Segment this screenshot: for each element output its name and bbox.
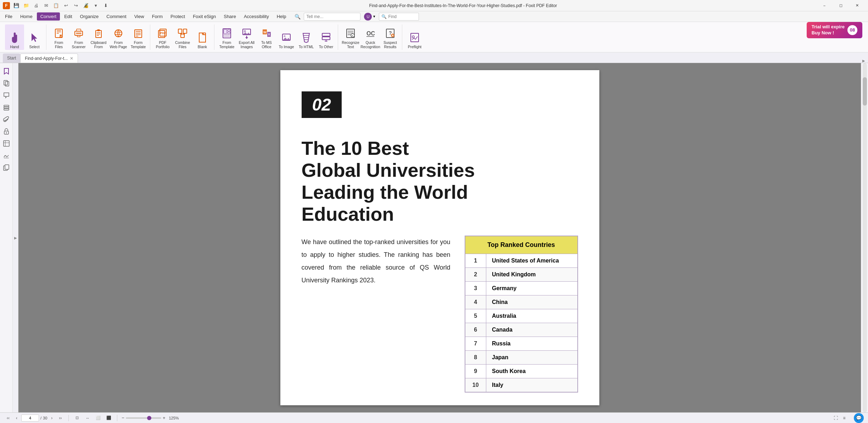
svg-rect-25: [183, 29, 187, 33]
pdf-portfolio-button[interactable]: PDF PDF Portfolio: [153, 24, 172, 50]
dropdown-button[interactable]: ▾: [91, 2, 100, 10]
quick-recognition-label: Quick Recognition: [360, 40, 380, 49]
menu-help[interactable]: Help: [273, 12, 290, 21]
sidebar-attach-icon[interactable]: [1, 114, 12, 125]
double-page-button[interactable]: ⬛: [105, 414, 113, 422]
svg-rect-9: [97, 29, 100, 31]
from-files-button[interactable]: FromFiles: [49, 24, 68, 50]
search-input[interactable]: [306, 14, 358, 19]
zoom-slider[interactable]: [126, 417, 161, 419]
hand-tool-button[interactable]: Hand: [5, 24, 24, 50]
menu-file[interactable]: File: [1, 12, 16, 21]
from-scanner-button[interactable]: FromScanner: [69, 24, 88, 50]
current-page-input[interactable]: [21, 414, 39, 422]
from-web-page-button[interactable]: FromWeb Page: [109, 24, 128, 50]
user-avatar[interactable]: U: [364, 13, 372, 21]
expand-button[interactable]: ⛶: [832, 414, 840, 422]
search-box[interactable]: [304, 13, 360, 21]
menu-comment[interactable]: Comment: [103, 12, 130, 21]
menu-organize[interactable]: Organize: [77, 12, 102, 21]
title-line1: The 10 Best: [302, 137, 409, 159]
to-html-button[interactable]: To HTML: [297, 24, 316, 50]
zoom-in-button[interactable]: +: [163, 415, 166, 421]
tab-start[interactable]: Start: [3, 53, 20, 63]
blank-icon: [197, 32, 208, 43]
fit-width-button[interactable]: ↔: [84, 414, 91, 422]
fit-page-button[interactable]: ⊡: [73, 414, 81, 422]
suspect-results-button[interactable]: ? Suspect Results: [381, 24, 400, 50]
country-cell: China: [486, 295, 578, 309]
redo-button[interactable]: ↪: [72, 2, 80, 10]
print-button[interactable]: 🖨: [32, 2, 40, 10]
scrollbar-thumb[interactable]: [863, 77, 867, 106]
table-row: 4China: [465, 295, 578, 309]
panel-toggle[interactable]: ▶: [13, 63, 18, 412]
last-page-button[interactable]: ››: [56, 414, 64, 422]
customize-button[interactable]: ⬇: [101, 2, 110, 10]
first-page-button[interactable]: ‹‹: [4, 414, 12, 422]
prev-page-button[interactable]: ‹: [13, 414, 21, 422]
save-button[interactable]: 💾: [12, 2, 21, 10]
pdf-viewer[interactable]: 02 The 10 Best Global Universities Leadi…: [18, 63, 861, 412]
next-page-button[interactable]: ›: [48, 414, 56, 422]
left-sidebar: [0, 63, 13, 412]
menu-foxit-esign[interactable]: Foxit eSign: [189, 12, 219, 21]
sidebar-copy-icon[interactable]: [1, 162, 12, 173]
scrollbar-track[interactable]: [863, 63, 867, 412]
menu-share[interactable]: Share: [220, 12, 240, 21]
from-template-button[interactable]: From Template: [217, 24, 236, 50]
single-page-button[interactable]: ⬜: [94, 414, 102, 422]
menu-accessibility[interactable]: Accessibility: [240, 12, 273, 21]
sidebar-pages-icon[interactable]: [1, 78, 12, 89]
tab-close-button[interactable]: ✕: [70, 56, 73, 61]
main-area: ▶ 02 The 10 Best Global Universities Lea…: [0, 63, 868, 412]
blank-button[interactable]: Blank: [193, 24, 212, 50]
undo-button[interactable]: ↩: [62, 2, 70, 10]
reflow-button[interactable]: ≡: [840, 414, 848, 422]
sidebar-lock-icon[interactable]: [1, 126, 12, 137]
menu-edit[interactable]: Edit: [61, 12, 75, 21]
svg-rect-35: [228, 32, 230, 34]
sidebar-pages2-icon[interactable]: [1, 138, 12, 149]
export-all-images-label: Export All Images: [238, 40, 256, 49]
another-button[interactable]: 📋: [52, 2, 60, 10]
recognize-text-button[interactable]: A Recognize Text: [341, 24, 360, 50]
to-other-button[interactable]: To Other: [317, 24, 336, 50]
svg-rect-74: [4, 105, 9, 107]
quick-recognition-button[interactable]: OCR Quick Recognition: [361, 24, 380, 50]
trial-badge: 08: [847, 25, 857, 35]
stamp-button[interactable]: 🔏: [82, 2, 90, 10]
sidebar-bookmark-icon[interactable]: [1, 66, 12, 77]
sidebar-sign-icon[interactable]: [1, 150, 12, 161]
zoom-out-button[interactable]: −: [122, 415, 124, 421]
preflight-label: Preflight: [408, 45, 422, 49]
to-image-button[interactable]: To Image: [277, 24, 296, 50]
combine-files-button[interactable]: Combine Files: [173, 24, 192, 50]
menu-home[interactable]: Home: [17, 12, 36, 21]
trial-banner[interactable]: Trial will expire Buy Now ! 08: [807, 22, 862, 38]
to-ms-office-button[interactable]: WX To MS Office: [257, 24, 276, 50]
menu-protect[interactable]: Protect: [167, 12, 189, 21]
select-tool-button[interactable]: Select: [25, 24, 44, 50]
search-icon[interactable]: 🔍: [293, 12, 302, 21]
menu-view[interactable]: View: [131, 12, 148, 21]
preflight-button[interactable]: Preflight: [405, 24, 424, 50]
form-template-button[interactable]: Form Template: [129, 24, 148, 50]
find-box[interactable]: 🔍: [379, 13, 419, 21]
sidebar-layers-icon[interactable]: [1, 102, 12, 113]
user-dropdown[interactable]: ▾: [373, 14, 375, 19]
close-button[interactable]: ✕: [849, 0, 865, 11]
export-all-images-button[interactable]: Export All Images: [237, 24, 256, 50]
minimize-button[interactable]: −: [816, 0, 833, 11]
from-clipboard-button[interactable]: ClipboardFrom: [89, 24, 108, 50]
chat-button[interactable]: 💬: [854, 413, 864, 423]
maximize-button[interactable]: ◻: [833, 0, 849, 11]
tab-arrow[interactable]: ▶: [862, 59, 865, 63]
open-button[interactable]: 📁: [22, 2, 30, 10]
sidebar-comments-icon[interactable]: [1, 90, 12, 101]
find-input[interactable]: [388, 14, 416, 19]
tab-document[interactable]: Find-and-Apply-For-t... ✕: [20, 53, 78, 63]
email-button[interactable]: ✉: [42, 2, 50, 10]
menu-convert[interactable]: Convert: [37, 12, 60, 21]
menu-form[interactable]: Form: [149, 12, 166, 21]
